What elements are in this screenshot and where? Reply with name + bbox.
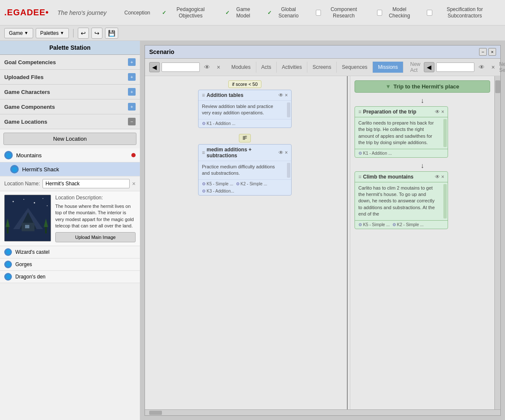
tab-missions[interactable]: Missions — [373, 62, 403, 73]
climb-mountains-close-icon[interactable]: × — [441, 174, 444, 180]
canvas-horizontal-scrollbar-thumb[interactable] — [149, 411, 162, 415]
save-button[interactable]: 💾 — [105, 28, 118, 39]
scenario-act-input[interactable] — [162, 62, 200, 72]
nav-pedagogical[interactable]: ✓ Pedagogical Objectives — [157, 4, 218, 21]
addition-tables-eye-icon[interactable]: 👁 — [278, 92, 284, 98]
nav-global-scenario[interactable]: ✓ Global Scenario — [262, 4, 309, 21]
climb-mountains-scrollbar[interactable] — [443, 184, 447, 219]
tab-screens[interactable]: Screens — [307, 62, 337, 73]
game-menu-arrow: ▼ — [24, 31, 28, 35]
climb-mountains-body: Carlito has to clim 2 moutains to get th… — [355, 182, 443, 220]
scenario-nav-prev-button[interactable]: ◀ — [149, 62, 160, 72]
canvas-left-flow: if score < 50 ≡ Addition tables � — [145, 76, 345, 409]
palettes-menu-button[interactable]: Palettes ▼ — [36, 28, 69, 38]
climb-mountains-card: ≡ Climb the mountains 👁 × Carlito has to… — [355, 171, 448, 229]
tab-acts[interactable]: Acts — [256, 62, 277, 73]
addition-tables-footer: ⚙ K1 - Addition ... — [199, 119, 291, 128]
medium-additions-header: ≡ medim additions + subtractions 👁 × — [199, 145, 291, 161]
medium-additions-footer: ⚙ K5 - Simple ... ⚙ K2 - Simple ... ⚙ K3… — [199, 179, 291, 195]
nav-spec-sub[interactable]: Specification for Subcontractors — [422, 4, 501, 21]
nav-game-model[interactable]: ✓ Game Model — [220, 4, 261, 21]
preparation-trip-card: ≡ Preparation of the trip 👁 × Carlito ne… — [355, 106, 448, 158]
location-description-label: Location Description: — [55, 195, 136, 201]
scenario-toolbar: ◀ 👁 × Modules Acts Activities Screens Se… — [145, 59, 500, 76]
addition-tables-card-icons: 👁 × — [278, 92, 288, 98]
new-act-label: New Act — [410, 61, 420, 73]
if-label: IF — [239, 134, 251, 142]
scenario-canvas: if score < 50 ≡ Addition tables � — [145, 76, 500, 409]
right-content: Scenario − × ◀ 👁 × Modules Acts — [140, 41, 505, 420]
canvas-scrollbar-thumb[interactable] — [495, 80, 500, 93]
preparation-trip-header: ≡ Preparation of the trip 👁 × — [355, 107, 448, 117]
if-label-row: IF — [149, 134, 340, 142]
nav-component-research[interactable]: Component Research — [311, 4, 370, 21]
medium-additions-card: ≡ medim additions + subtractions 👁 × Pra… — [198, 144, 292, 196]
redo-button[interactable]: ↪ — [91, 28, 102, 39]
section-game-locations[interactable]: Game Locations − — [0, 114, 140, 129]
location-name-close-icon[interactable]: × — [132, 180, 136, 187]
canvas-scrollbar[interactable] — [494, 76, 500, 409]
left-nav-area: ◀ 👁 × — [149, 62, 223, 72]
hermits-shack-globe-icon: 🌐 — [10, 165, 19, 173]
gorges-location-item[interactable]: 🌐 Gorges — [0, 258, 140, 271]
new-location-button[interactable]: New Location — [3, 133, 136, 145]
medium-additions-card-icons: 👁 × — [278, 150, 288, 156]
arrow-down-2: ↓ — [355, 162, 490, 170]
wizards-castle-location-item[interactable]: 🌐 Wizard's castel — [0, 246, 140, 258]
svg-point-5 — [13, 201, 14, 202]
preparation-trip-footer: ⚙ K1 - Addition ... — [355, 149, 448, 157]
preparation-trip-close-icon[interactable]: × — [441, 109, 444, 115]
addition-tables-close-icon[interactable]: × — [285, 92, 288, 98]
medium-additions-close-icon[interactable]: × — [285, 150, 288, 156]
medium-additions-scrollbar[interactable] — [287, 163, 290, 178]
location-detail: Location Description: The house where th… — [0, 191, 140, 246]
addition-tables-scrollbar[interactable] — [287, 102, 290, 117]
section-expand-icon[interactable]: + — [128, 73, 136, 81]
sequence-close-icon[interactable]: × — [489, 62, 497, 72]
scenario-tabs: Modules Acts Activities Screens Sequence… — [226, 62, 403, 73]
medium-additions-body: Practice medium difficulty additions and… — [199, 161, 286, 179]
palettes-menu-arrow: ▼ — [60, 31, 64, 35]
condition-label: if score < 50 — [228, 80, 261, 88]
section-collapse-icon[interactable]: − — [128, 118, 136, 125]
nav-model-checking[interactable]: Model Checking — [372, 4, 420, 21]
mountains-location-item[interactable]: 🌐 Mountains — [0, 148, 140, 162]
nav-conception[interactable]: Conception — [119, 7, 156, 18]
tab-activities[interactable]: Activities — [277, 62, 307, 73]
section-expand-icon[interactable]: + — [128, 103, 136, 111]
scenario-window: Scenario − × ◀ 👁 × Modules Acts — [145, 45, 501, 416]
gorges-globe-icon: 🌐 — [4, 261, 12, 268]
game-menu-button[interactable]: Game ▼ — [4, 28, 33, 38]
preparation-trip-scrollbar[interactable] — [443, 119, 447, 147]
sequence-input[interactable] — [436, 62, 474, 72]
logo-dot: • — [45, 8, 49, 17]
tab-modules[interactable]: Modules — [226, 62, 256, 73]
location-name-label: Location Name: — [4, 181, 40, 187]
undo-button[interactable]: ↩ — [78, 28, 89, 39]
new-sequence-label: New Sequence — [499, 61, 505, 73]
scenario-eye-icon[interactable]: 👁 — [201, 62, 213, 72]
sequence-nav-prev-button[interactable]: ◀ — [424, 62, 434, 72]
tab-sequences[interactable]: Sequences — [337, 62, 373, 73]
dragons-den-location-item[interactable]: 🌐 Dragon's den — [0, 271, 140, 283]
section-game-components[interactable]: Game Components + — [0, 99, 140, 114]
scenario-close-icon[interactable]: × — [214, 62, 223, 72]
canvas-horizontal-scrollbar[interactable] — [145, 409, 500, 415]
upload-main-image-button[interactable]: Upload Main Image — [55, 232, 136, 242]
condition-row: if score < 50 — [149, 80, 340, 88]
medium-additions-eye-icon[interactable]: 👁 — [278, 150, 284, 156]
section-game-characters[interactable]: Game Characters + — [0, 85, 140, 99]
section-expand-icon[interactable]: + — [128, 58, 136, 66]
arrow-down-1: ↓ — [355, 97, 490, 105]
preparation-trip-eye-icon[interactable]: 👁 — [435, 109, 440, 115]
location-name-input[interactable] — [43, 179, 130, 188]
climb-mountains-eye-icon[interactable]: 👁 — [435, 174, 440, 180]
section-uploaded-files[interactable]: Uploaded Files + — [0, 70, 140, 85]
scenario-close-button[interactable]: × — [488, 48, 496, 56]
sequence-eye-icon[interactable]: 👁 — [476, 62, 487, 72]
section-expand-icon[interactable]: + — [128, 88, 136, 96]
hermits-shack-location-item[interactable]: 🌐 Hermit's Shack — [0, 162, 140, 176]
climb-mountains-footer: ⚙ K5 - Simple ... ⚙ K2 - Simple ... — [355, 220, 448, 229]
section-goal-competencies[interactable]: Goal Competencies + — [0, 55, 140, 70]
scenario-minimize-button[interactable]: − — [479, 48, 487, 56]
